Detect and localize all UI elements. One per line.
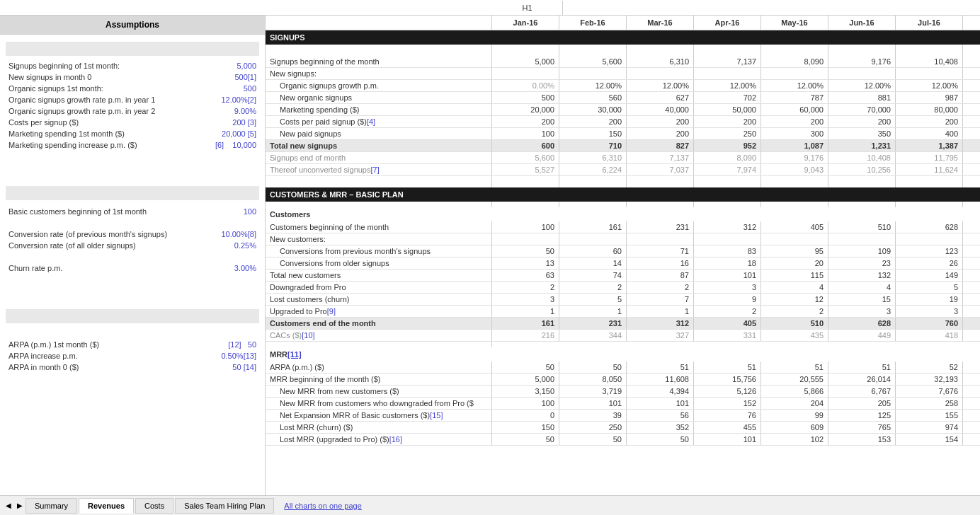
assumption-row: Churn rate p.m. 3.00% [6, 262, 259, 274]
customers-title: CUSTOMERS & MRR – BASIC PLAN [266, 187, 492, 202]
table-row: Customers beginning of the month 100 161… [266, 221, 980, 233]
tab-sales-team-hiring-plan[interactable]: Sales Team Hiring Plan [175, 498, 274, 514]
table-row: Lost MRR (churn) ($) 150 250 352 455 609… [266, 422, 980, 434]
tab-summary[interactable]: Summary [25, 498, 77, 514]
assumption-row: Organic signups growth rate p.m. in year… [6, 94, 259, 105]
spacer [266, 342, 980, 347]
assumption-row: Marketing spending 1st month ($) 20,000 … [6, 128, 259, 139]
table-row: CACs ($)[10] 216 344 327 331 435 449 418 [266, 330, 980, 342]
assumptions-header: Assumptions [0, 16, 265, 35]
spacer [266, 45, 980, 56]
table-row: New paid signups 100 150 200 250 300 350… [266, 128, 980, 140]
table-row-bold: Total new signups 600 710 827 952 1,087 … [266, 140, 980, 152]
customers-sub-title: Customers [266, 207, 492, 221]
table-row-bold: Customers end of the month 161 231 312 4… [266, 318, 980, 330]
gray-bar-2 [6, 186, 259, 200]
column-headers: Jan-16 Feb-16 Mar-16 Apr-16 May-16 Jun-1… [266, 16, 980, 30]
tab-costs[interactable]: Costs [135, 498, 173, 514]
assumption-row: Conversion rate (of previous month's sig… [6, 228, 259, 240]
table-row: Marketing spending ($) 20,000 30,000 40,… [266, 104, 980, 116]
col-apr16: Apr-16 [694, 16, 761, 30]
col-may16: May-16 [761, 16, 828, 30]
table-row: Conversions from older signups 13 14 16 … [266, 258, 980, 270]
table-row: Downgraded from Pro 2 2 2 3 4 4 5 [266, 282, 980, 294]
assumption-row: Signups beginning of 1st month: 5,000 [6, 60, 259, 71]
table-row: Thereof unconverted signups[7] 5,527 6,2… [266, 164, 980, 176]
mrr-subsection-header: MRR[11] [266, 347, 980, 361]
data-panel: Jan-16 Feb-16 Mar-16 Apr-16 May-16 Jun-1… [266, 16, 980, 495]
col-jan16: Jan-16 [492, 16, 559, 30]
table-row: Costs per paid signup ($)[4] 200 200 200… [266, 116, 980, 128]
col-jul16: Jul-16 [896, 16, 963, 30]
col-jun16: Jun-16 [828, 16, 896, 30]
table-row: Signups end of month 5,600 6,310 7,137 8… [266, 152, 980, 164]
table-row: Upgraded to Pro[9] 1 1 1 2 2 3 3 [266, 306, 980, 318]
main-container: H1 Assumptions Signups beginning of 1st … [0, 0, 980, 515]
tab-all-charts[interactable]: All charts on one page [275, 499, 370, 513]
header-row: H1 [0, 0, 980, 16]
spacer [266, 176, 980, 187]
gray-bar-3 [6, 309, 259, 323]
assumption-row: Marketing spending increase p.m. ($) [6]… [6, 139, 259, 151]
customers-section-header: CUSTOMERS & MRR – BASIC PLAN [266, 187, 980, 202]
table-row: New MRR from new customers ($) 3,150 3,7… [266, 386, 980, 398]
assumption-row: New signups in month 0 500[1] [6, 71, 259, 83]
gray-bar-1 [6, 42, 259, 56]
table-row: New signups: [266, 68, 980, 80]
main-content: Assumptions Signups beginning of 1st mon… [0, 16, 980, 495]
assumption-row: ARPA in month 0 ($) 50 [14] [6, 361, 259, 373]
assumptions-panel: Assumptions Signups beginning of 1st mon… [0, 16, 266, 495]
assumption-row: Organic signups growth rate p.m. in year… [6, 105, 259, 117]
table-row: Lost MRR (upgraded to Pro) ($)[16] 50 50… [266, 434, 980, 446]
tab-revenues[interactable]: Revenues [79, 498, 134, 514]
table-row: New organic signups 500 560 627 702 787 … [266, 92, 980, 104]
table-row: Lost customers (churn) 3 5 7 9 12 15 19 [266, 294, 980, 306]
col-mar16: Mar-16 [627, 16, 694, 30]
table-row: Organic signups growth p.m. 0.00% 12.00%… [266, 80, 980, 92]
tab-nav-right[interactable]: ▶ [14, 499, 25, 512]
table-row: Net Expansion MRR of Basic customers ($)… [266, 410, 980, 422]
col-feb16: Feb-16 [559, 16, 627, 30]
table-row: Conversions from previous month's signup… [266, 245, 980, 258]
assumption-row: ARPA increase p.m. 0.50%[13] [6, 350, 259, 361]
table-row: Total new customers 63 74 87 101 115 132… [266, 270, 980, 282]
table-row: New customers: [266, 233, 980, 245]
customers-subsection-header: Customers [266, 207, 980, 221]
assumption-row: ARPA (p.m.) 1st month ($) [12] 50 [6, 339, 259, 350]
assumptions-body: Signups beginning of 1st month: 5,000 Ne… [0, 35, 265, 376]
assumption-row: Basic customers beginning of 1st month 1… [6, 206, 259, 217]
mrr-sub-title: MRR[11] [266, 347, 492, 361]
tab-nav-left[interactable]: ◀ [3, 499, 14, 512]
table-row: New MRR from customers who downgraded fr… [266, 398, 980, 410]
spacer [266, 202, 980, 207]
assumption-row: Organic signups 1st month: 500 [6, 83, 259, 94]
table-row: ARPA (p.m.) ($) 50 50 51 51 51 51 52 [266, 361, 980, 374]
signups-section-header: SIGNUPS [266, 30, 980, 45]
signups-title: SIGNUPS [266, 30, 492, 45]
assumption-row: Costs per signup ($) 200 [3] [6, 117, 259, 128]
h1-label: H1 [492, 1, 563, 15]
assumption-row: Conversion rate (of all older signups) 0… [6, 240, 259, 251]
tabs-bar: ◀ ▶ Summary Revenues Costs Sales Team Hi… [0, 495, 980, 515]
table-row: MRR beginning of the month ($) 5,000 8,0… [266, 374, 980, 386]
table-row: Signups beginning of the month 5,000 5,6… [266, 56, 980, 68]
